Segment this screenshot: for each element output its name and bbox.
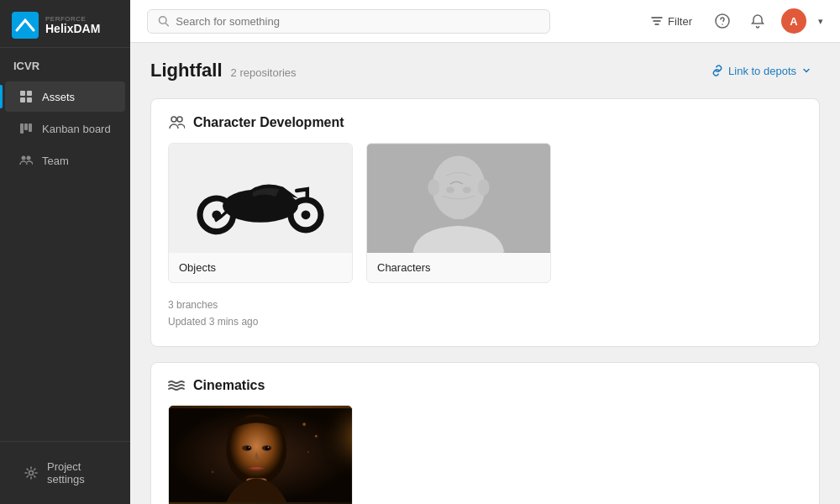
repo-count: 2 repositories xyxy=(231,66,297,79)
svg-point-10 xyxy=(29,471,34,475)
content: Lightfall 2 repositories Link to depots xyxy=(130,43,840,504)
expand-icon xyxy=(801,66,811,76)
svg-point-12 xyxy=(716,14,729,28)
svg-point-35 xyxy=(265,446,270,450)
repo-card-character-dev: Character Development xyxy=(150,98,820,347)
repo-name-cinematics: Cinematics xyxy=(193,378,265,393)
filter-icon xyxy=(651,15,663,27)
cinematics-icon xyxy=(168,380,185,391)
svg-rect-6 xyxy=(24,123,28,130)
svg-point-37 xyxy=(268,446,270,448)
topbar: Filter A ▾ xyxy=(130,0,840,43)
filter-button[interactable]: Filter xyxy=(644,12,699,31)
link-to-depots-label: Link to depots xyxy=(728,65,796,77)
filter-label: Filter xyxy=(668,15,692,28)
svg-point-18 xyxy=(302,210,311,219)
repo-card-cinematics: Cinematics xyxy=(150,362,820,504)
svg-point-40 xyxy=(315,435,318,438)
repo-item-characters[interactable]: Characters xyxy=(366,143,551,283)
repo-header-cinematics: Cinematics xyxy=(168,378,802,393)
branches-count: 3 branches xyxy=(168,297,802,313)
chevron-down-icon[interactable]: ▾ xyxy=(818,16,823,27)
topbar-actions: Filter A ▾ xyxy=(644,8,823,34)
main-area: Filter A ▾ Lightfall xyxy=(130,0,840,504)
objects-label: Objects xyxy=(169,253,352,282)
svg-point-28 xyxy=(478,179,490,196)
scenes-thumbnail xyxy=(169,406,352,504)
logo-area: perforce HelixDAM xyxy=(0,0,130,48)
characters-thumbnail xyxy=(367,144,550,253)
character-bust-svg xyxy=(367,144,550,253)
svg-rect-7 xyxy=(29,123,32,132)
svg-rect-3 xyxy=(20,97,25,102)
characters-label: Characters xyxy=(367,253,550,282)
repo-item-scenes[interactable]: Scenes xyxy=(168,405,353,504)
svg-rect-2 xyxy=(27,91,32,96)
logo-text: perforce HelixDAM xyxy=(45,16,100,34)
search-icon xyxy=(158,15,169,27)
notifications-button[interactable] xyxy=(746,9,769,33)
page-header: Lightfall 2 repositories Link to depots xyxy=(150,60,820,81)
svg-rect-5 xyxy=(20,123,24,134)
search-input[interactable] xyxy=(176,15,539,28)
assets-label: Assets xyxy=(42,91,75,103)
team-icon xyxy=(18,153,34,168)
svg-point-34 xyxy=(246,446,251,450)
avatar[interactable]: A xyxy=(781,8,806,34)
svg-point-9 xyxy=(27,156,31,160)
sidebar-item-kanban[interactable]: Kanban board xyxy=(5,113,125,144)
help-icon xyxy=(715,13,730,29)
repo-header-character-dev: Character Development xyxy=(168,114,802,131)
svg-rect-4 xyxy=(27,97,32,102)
kanban-icon xyxy=(18,121,34,136)
repo-name-character-dev: Character Development xyxy=(193,115,344,130)
project-name: ICVR xyxy=(0,48,130,77)
svg-point-14 xyxy=(171,117,176,122)
objects-thumbnail xyxy=(169,144,352,253)
svg-rect-1 xyxy=(20,91,25,96)
help-button[interactable] xyxy=(711,9,734,33)
assets-icon xyxy=(18,89,34,104)
team-label: Team xyxy=(42,155,69,167)
settings-label: Project settings xyxy=(47,460,107,486)
helix-logo-icon xyxy=(12,12,39,39)
page-title: Lightfall xyxy=(150,60,223,81)
sidebar-item-team[interactable]: Team xyxy=(5,145,125,176)
svg-point-39 xyxy=(302,423,306,426)
kanban-label: Kanban board xyxy=(42,123,111,135)
motorcycle-svg xyxy=(185,156,336,240)
sidebar-nav: Assets Kanban board xyxy=(0,77,130,441)
svg-point-8 xyxy=(22,156,26,160)
scenes-svg xyxy=(169,406,352,504)
svg-point-27 xyxy=(428,179,439,196)
svg-point-25 xyxy=(446,186,454,193)
link-to-depots-button[interactable]: Link to depots xyxy=(703,60,820,81)
link-icon xyxy=(711,65,723,76)
svg-point-15 xyxy=(177,117,182,122)
repo-items-cinematics: Scenes xyxy=(168,405,802,504)
svg-point-13 xyxy=(722,24,723,25)
search-box[interactable] xyxy=(147,9,550,34)
page-title-group: Lightfall 2 repositories xyxy=(150,60,297,81)
sidebar: perforce HelixDAM ICVR Assets xyxy=(0,0,130,504)
svg-point-36 xyxy=(249,446,250,448)
repo-item-objects[interactable]: Objects xyxy=(168,143,353,283)
svg-point-41 xyxy=(307,451,309,453)
repo-meta-character-dev: 3 branches Updated 3 mins ago xyxy=(168,297,802,331)
settings-icon xyxy=(24,465,39,480)
svg-rect-0 xyxy=(12,12,39,39)
sidebar-item-assets[interactable]: Assets xyxy=(5,81,125,112)
helix-label: HelixDAM xyxy=(45,23,100,34)
sidebar-bottom: Project settings xyxy=(0,441,130,504)
svg-point-24 xyxy=(432,155,485,218)
svg-point-26 xyxy=(463,186,471,193)
repo-items-character-dev: Objects xyxy=(168,143,802,283)
updated-time-char: Updated 3 mins ago xyxy=(168,313,802,330)
character-dev-icon xyxy=(168,114,185,131)
sidebar-item-settings[interactable]: Project settings xyxy=(10,453,120,493)
bell-icon xyxy=(750,13,765,29)
svg-point-42 xyxy=(212,470,214,473)
